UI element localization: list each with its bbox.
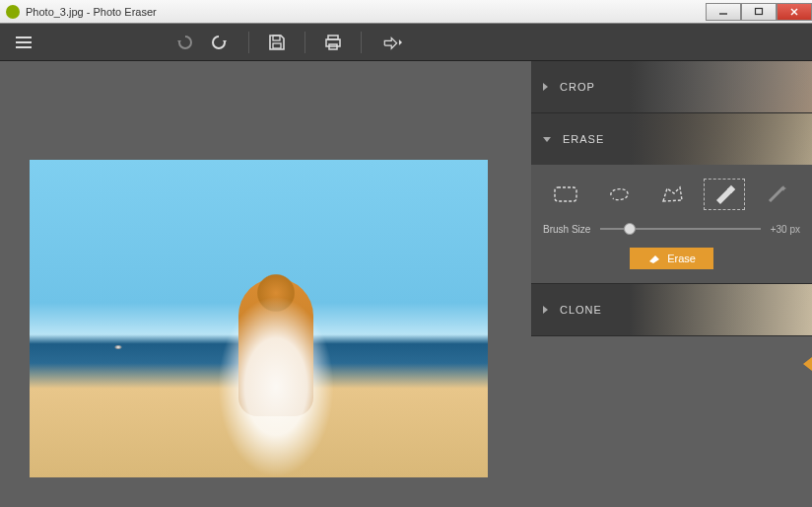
window-close-button[interactable] bbox=[777, 3, 812, 21]
erase-panel-body: Brush Size +30 px Erase bbox=[531, 165, 812, 283]
app-icon bbox=[6, 5, 20, 19]
svg-marker-14 bbox=[399, 38, 402, 44]
svg-marker-8 bbox=[223, 40, 227, 43]
undo-icon bbox=[173, 33, 193, 52]
tool-lasso-select[interactable] bbox=[598, 179, 640, 210]
svg-rect-10 bbox=[273, 43, 281, 48]
brush-size-value: +30 px bbox=[771, 224, 800, 235]
tool-magic-wand[interactable] bbox=[757, 179, 798, 210]
window-maximize-button[interactable] bbox=[741, 3, 777, 21]
window-minimize-button[interactable] bbox=[706, 3, 741, 21]
erase-button-label: Erase bbox=[667, 253, 696, 264]
brush-size-slider[interactable] bbox=[600, 222, 760, 236]
chevron-down-icon bbox=[543, 137, 551, 142]
redo-icon bbox=[211, 33, 231, 52]
collapse-panel-tab[interactable] bbox=[803, 357, 812, 371]
brush-size-label: Brush Size bbox=[543, 224, 590, 235]
section-erase-label: ERASE bbox=[563, 133, 604, 145]
chevron-right-icon bbox=[543, 83, 548, 91]
chevron-right-icon bbox=[543, 306, 548, 314]
save-button[interactable] bbox=[265, 31, 289, 54]
undo-button[interactable] bbox=[171, 31, 195, 54]
section-crop-label: CROP bbox=[560, 81, 595, 93]
canvas-area[interactable] bbox=[0, 61, 531, 507]
save-icon bbox=[267, 33, 287, 52]
section-crop[interactable]: CROP bbox=[531, 61, 812, 112]
photo-canvas[interactable] bbox=[30, 160, 488, 477]
redo-button[interactable] bbox=[209, 31, 233, 54]
svg-marker-7 bbox=[177, 40, 181, 43]
eraser-icon bbox=[647, 253, 661, 264]
svg-rect-1 bbox=[756, 8, 763, 14]
print-icon bbox=[323, 33, 343, 52]
tool-rectangle-select[interactable] bbox=[545, 179, 586, 210]
section-clone-label: CLONE bbox=[560, 304, 602, 316]
share-icon bbox=[382, 33, 402, 52]
side-panel: CROP ERASE Brush Size bbox=[531, 61, 812, 507]
erase-button[interactable]: Erase bbox=[630, 248, 713, 269]
print-button[interactable] bbox=[321, 31, 345, 54]
main-toolbar bbox=[0, 24, 812, 61]
svg-rect-12 bbox=[326, 39, 340, 46]
tool-brush[interactable] bbox=[704, 179, 745, 210]
window-titlebar: Photo_3.jpg - Photo Eraser bbox=[0, 0, 812, 24]
section-clone[interactable]: CLONE bbox=[531, 284, 812, 335]
share-button[interactable] bbox=[377, 31, 407, 54]
menu-button[interactable] bbox=[12, 31, 35, 54]
window-title: Photo_3.jpg - Photo Eraser bbox=[26, 6, 157, 18]
tool-polygon-select[interactable] bbox=[651, 179, 693, 210]
section-erase[interactable]: ERASE bbox=[531, 113, 812, 165]
svg-rect-15 bbox=[555, 187, 576, 201]
